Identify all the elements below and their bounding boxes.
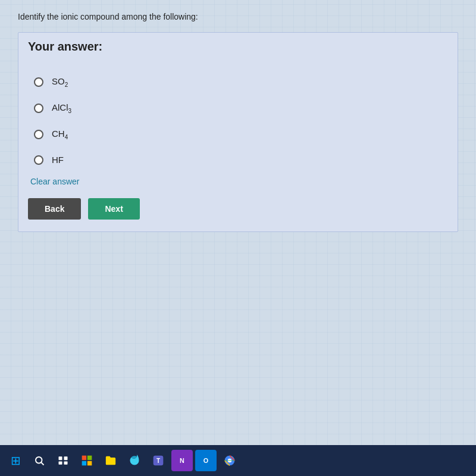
option-hf[interactable]: HF [28, 148, 448, 172]
next-button[interactable]: Next [88, 198, 139, 220]
start-menu-icon[interactable] [76, 450, 98, 471]
option-text-hf: HF [52, 155, 64, 165]
answer-section: Your answer: SO2 AlCl3 CH4 HF [18, 32, 458, 232]
edge-icon[interactable] [124, 450, 145, 471]
task-view-icon[interactable] [52, 450, 74, 471]
svg-text:N: N [180, 457, 184, 464]
svg-rect-5 [64, 462, 68, 465]
radio-so2 [34, 77, 43, 87]
options-list: SO2 AlCl3 CH4 HF [28, 69, 448, 172]
option-text-alcl3: AlCl3 [52, 102, 71, 114]
windows-start-icon[interactable]: ⊞ [5, 450, 26, 471]
svg-rect-9 [87, 461, 92, 466]
question-text: Identify the ionic compound among the fo… [18, 12, 458, 21]
radio-alcl3 [34, 104, 43, 113]
svg-rect-3 [64, 456, 68, 460]
svg-rect-2 [59, 456, 62, 460]
chrome-icon[interactable] [219, 450, 240, 471]
radio-ch4 [34, 130, 43, 139]
teams-icon[interactable]: T [148, 450, 169, 471]
option-ch4[interactable]: CH4 [28, 121, 448, 148]
onenote-icon[interactable]: N [171, 450, 193, 471]
svg-rect-7 [87, 456, 92, 461]
taskbar: ⊞ T [0, 445, 476, 476]
answer-label: Your answer: [28, 40, 448, 58]
svg-text:T: T [156, 458, 160, 464]
svg-rect-4 [59, 462, 62, 465]
back-button[interactable]: Back [28, 198, 81, 220]
svg-text:O: O [203, 457, 208, 464]
svg-point-0 [36, 457, 42, 464]
main-content: Identify the ionic compound among the fo… [0, 0, 476, 445]
radio-hf [34, 155, 43, 165]
option-text-ch4: CH4 [52, 129, 68, 140]
clear-answer-link[interactable]: Clear answer [30, 177, 79, 186]
outlook-icon[interactable]: O [195, 450, 217, 471]
search-taskbar-icon[interactable] [29, 450, 50, 471]
button-row: Back Next [28, 198, 448, 220]
svg-line-1 [41, 462, 43, 465]
svg-rect-6 [82, 456, 87, 461]
option-text-so2: SO2 [52, 76, 68, 88]
option-alcl3[interactable]: AlCl3 [28, 95, 448, 121]
option-so2[interactable]: SO2 [28, 69, 448, 95]
svg-rect-8 [82, 461, 87, 466]
file-explorer-icon[interactable] [100, 450, 121, 471]
